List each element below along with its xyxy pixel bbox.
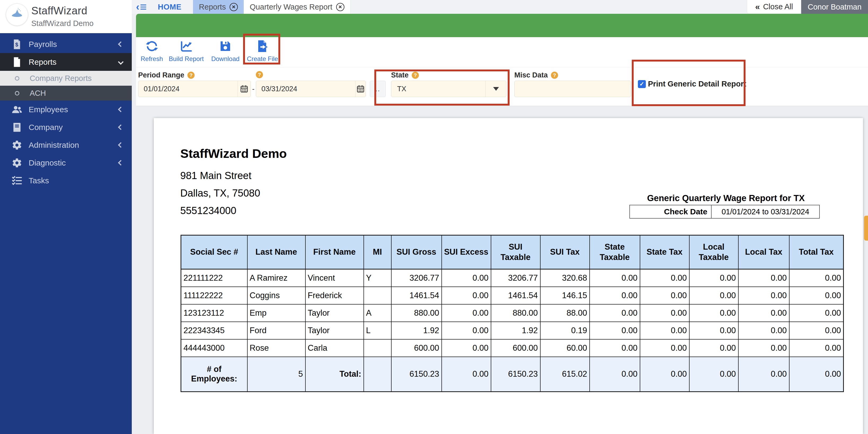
table-cell: Y (364, 269, 391, 287)
misc-data-input[interactable] (515, 85, 631, 93)
help-icon[interactable]: ? (187, 71, 195, 79)
chevron-left-icon (118, 124, 124, 130)
table-cell: 221111222 (181, 269, 247, 287)
sidebar-item-diagnostic[interactable]: Diagnostic (0, 154, 132, 172)
sidebar-item-label: Administration (29, 141, 79, 150)
help-icon[interactable]: ? (412, 71, 419, 79)
table-cell: 0.00 (640, 304, 689, 322)
sidebar-item-payrolls[interactable]: $Payrolls (0, 35, 132, 53)
calendar-icon[interactable] (238, 81, 251, 97)
period-from-input[interactable] (138, 85, 238, 93)
period-range-more-button[interactable]: .. (370, 81, 386, 97)
sidebar-item-ach[interactable]: ACH (0, 86, 132, 100)
misc-data-label: Misc Data ? (514, 71, 558, 79)
sidebar-item-label: Payrolls (29, 40, 57, 49)
table-total-cell: # of Employees: (181, 357, 247, 392)
calendar-icon[interactable] (355, 81, 366, 97)
print-generic-checkbox[interactable]: ✓ (638, 80, 646, 88)
table-cell (364, 339, 391, 357)
build-report-icon (180, 40, 193, 54)
table-row: 222343345FordTaylorL1.920.001.920.190.00… (181, 322, 844, 339)
sidebar-item-company-reports[interactable]: Company Reports (0, 71, 132, 86)
toolbar-button-label: Create File (247, 55, 278, 63)
vertical-scrollbar-thumb[interactable] (864, 216, 868, 241)
sidebar-item-tasks[interactable]: Tasks (0, 172, 132, 190)
table-cell: 0.00 (442, 269, 491, 287)
top-tab-strip: ‹ ≡ HOME Reports✕Quarterly Wages Report✕… (132, 0, 868, 14)
report-controls-panel: RefreshBuild ReportDownloadCreate File P… (136, 37, 868, 106)
date-range-separator: - (252, 85, 254, 93)
sidebar-collapse-button[interactable]: ‹ ≡ (136, 1, 147, 13)
create-file-button[interactable]: Create File (245, 40, 280, 63)
sidebar-item-label: Company Reports (30, 74, 92, 83)
table-cell: 0.00 (442, 304, 491, 322)
table-cell: Coggins (247, 287, 305, 304)
chevron-left-icon (118, 160, 124, 166)
table-cell: 3206.77 (491, 269, 540, 287)
user-menu[interactable]: Conor Boatman (801, 0, 868, 14)
table-cell: Taylor (305, 322, 364, 339)
table-cell: 0.00 (640, 287, 689, 304)
state-select[interactable]: TX (391, 81, 506, 97)
sidebar-menu: $PayrollsReportsCompany ReportsACHEmploy… (0, 33, 132, 190)
help-icon[interactable]: ? (256, 71, 263, 78)
sidebar-item-label: Tasks (29, 176, 49, 185)
payrolls-icon: $ (12, 39, 29, 50)
table-row: 111122222CogginsFrederick1461.540.001461… (181, 287, 844, 304)
column-header: Local Tax (738, 235, 789, 269)
tab-reports[interactable]: Reports✕ (193, 0, 244, 14)
table-cell: 600.00 (491, 339, 540, 357)
table-cell: 0.00 (442, 322, 491, 339)
table-cell: 123123112 (181, 304, 247, 322)
circle-bullet-icon (15, 76, 30, 81)
column-header: SUI Taxable (491, 235, 540, 269)
table-total-cell: 0.00 (640, 357, 689, 392)
table-cell: 0.00 (789, 269, 844, 287)
table-cell (364, 287, 391, 304)
build-report-button[interactable]: Build Report (167, 40, 206, 63)
column-header: First Name (305, 235, 364, 269)
table-total-cell: 0.00 (738, 357, 789, 392)
sidebar-item-administration[interactable]: Administration (0, 136, 132, 154)
table-cell: 1461.54 (491, 287, 540, 304)
check-date-box: Check Date 01/01/2024 to 03/31/2024 (629, 205, 820, 219)
help-icon[interactable]: ? (551, 71, 558, 79)
home-link[interactable]: HOME (158, 3, 181, 11)
download-button[interactable]: Download (210, 40, 241, 63)
misc-data-field (514, 81, 631, 97)
table-row: 221111222A RamirezVincentY3206.770.00320… (181, 269, 844, 287)
gear-icon (12, 157, 29, 168)
chevron-down-icon[interactable] (486, 81, 506, 97)
sidebar-item-reports[interactable]: Reports (0, 53, 132, 71)
table-total-cell: 615.02 (540, 357, 590, 392)
table-cell: 60.00 (540, 339, 590, 357)
close-all-button[interactable]: « Close All (747, 0, 801, 14)
reports-icon (12, 57, 29, 67)
table-total-cell (364, 357, 391, 392)
table-cell: 0.00 (590, 269, 640, 287)
table-cell: 600.00 (391, 339, 442, 357)
company-icon (12, 122, 29, 133)
table-cell: 0.00 (590, 304, 640, 322)
column-header: SUI Excess (442, 235, 491, 269)
print-generic-detail-option[interactable]: ✓ Print Generic Detail Report (638, 80, 746, 88)
table-cell: Carla (305, 339, 364, 357)
table-cell: 0.19 (540, 322, 590, 339)
tab-quarterly-wages-report[interactable]: Quarterly Wages Report✕ (244, 0, 350, 14)
close-tab-icon[interactable]: ✕ (229, 3, 238, 11)
svg-text:$: $ (16, 42, 18, 48)
table-total-cell: 0.00 (590, 357, 640, 392)
sidebar-header: StaffWizard StaffWizard Demo (0, 0, 132, 33)
table-cell: 0.00 (640, 269, 689, 287)
sidebar-item-company[interactable]: Company (0, 118, 132, 136)
sidebar-item-employees[interactable]: Employees (0, 100, 132, 118)
staffwizard-logo (6, 3, 28, 26)
close-tab-icon[interactable]: ✕ (336, 3, 344, 11)
column-header: MI (364, 235, 391, 269)
period-to-input[interactable] (256, 85, 355, 93)
table-cell: 0.00 (789, 322, 844, 339)
period-to-field (256, 81, 366, 97)
wage-report-table: Social Sec #Last NameFirst NameMISUI Gro… (181, 235, 844, 392)
table-cell: 0.00 (738, 287, 789, 304)
refresh-button[interactable]: Refresh (139, 40, 164, 63)
